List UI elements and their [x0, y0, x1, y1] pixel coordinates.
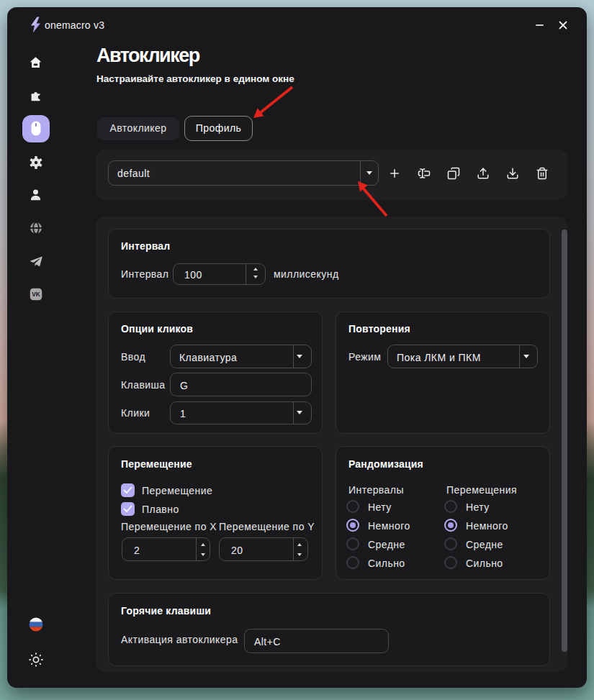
svg-text:VK: VK	[32, 291, 40, 298]
